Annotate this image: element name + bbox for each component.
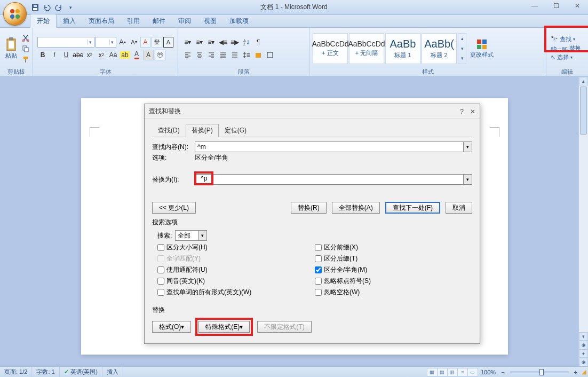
tab-mailings[interactable]: 邮件 bbox=[146, 14, 172, 27]
opt-right-3[interactable]: 忽略标点符号(S) bbox=[315, 277, 472, 286]
vertical-scrollbar[interactable]: ▴ ▾ ◉ ● ◉ bbox=[578, 77, 588, 366]
italic-icon[interactable]: I bbox=[49, 50, 60, 60]
status-mode[interactable]: 插入 bbox=[102, 367, 123, 377]
find-what-input[interactable]: ^m ▾ bbox=[195, 142, 472, 152]
status-words[interactable]: 字数: 1 bbox=[32, 367, 59, 377]
align-center-icon[interactable] bbox=[194, 50, 205, 60]
dialog-tab-goto[interactable]: 定位(G) bbox=[219, 124, 252, 137]
change-styles-button[interactable]: 更改样式 bbox=[470, 33, 494, 64]
status-resize-icon[interactable]: ◢ bbox=[579, 368, 588, 375]
redo-icon[interactable] bbox=[53, 2, 64, 13]
paste-button[interactable]: 粘贴 bbox=[2, 33, 20, 65]
next-page-icon[interactable]: ◉ bbox=[579, 358, 588, 366]
subscript-icon[interactable]: x2 bbox=[84, 50, 95, 60]
opt-right-checkbox-0[interactable] bbox=[315, 244, 322, 251]
shrink-font-icon[interactable]: A▾ bbox=[129, 37, 139, 48]
opt-right-4[interactable]: 忽略空格(W) bbox=[315, 288, 472, 297]
change-case-icon[interactable]: Aa bbox=[108, 50, 118, 60]
prev-page-icon[interactable]: ◉ bbox=[579, 341, 588, 349]
zoom-slider[interactable] bbox=[510, 371, 569, 373]
tab-layout[interactable]: 页面布局 bbox=[82, 14, 121, 27]
opt-right-2[interactable]: 区分全/半角(M) bbox=[315, 265, 472, 274]
opt-left-checkbox-2[interactable] bbox=[157, 266, 164, 273]
replace-button[interactable]: ab→ac替换 bbox=[551, 44, 581, 52]
tab-home[interactable]: 开始 bbox=[30, 14, 57, 28]
less-button[interactable]: << 更少(L) bbox=[152, 202, 196, 214]
char-border-icon[interactable]: A bbox=[163, 37, 173, 48]
format-button[interactable]: 格式(O) ▾ bbox=[152, 321, 191, 333]
replace-dropdown-icon[interactable]: ▾ bbox=[463, 175, 472, 184]
dialog-help-icon[interactable]: ? bbox=[460, 108, 464, 115]
view-web-icon[interactable]: ▥ bbox=[447, 368, 458, 376]
style-nospacing[interactable]: AaBbCcDd+ 无间隔 bbox=[349, 33, 384, 64]
opt-left-checkbox-4[interactable] bbox=[157, 289, 164, 296]
indent-dec-icon[interactable]: ◀≡ bbox=[218, 37, 228, 48]
font-family-combo[interactable]: ▾ bbox=[37, 37, 94, 48]
highlight-icon[interactable]: ab bbox=[120, 50, 130, 60]
view-outline-icon[interactable]: ≡ bbox=[457, 368, 468, 376]
styles-gallery-more[interactable]: ▴▾▾ bbox=[458, 33, 466, 64]
opt-left-2[interactable]: 使用通配符(U) bbox=[157, 265, 315, 274]
opt-left-3[interactable]: 同音(英文)(K) bbox=[157, 277, 315, 286]
copy-icon[interactable] bbox=[21, 44, 30, 53]
close-button[interactable]: ✕ bbox=[567, 0, 588, 12]
align-right-icon[interactable] bbox=[206, 50, 217, 60]
zoom-out-icon[interactable]: − bbox=[499, 369, 506, 375]
zoom-in-icon[interactable]: + bbox=[572, 369, 579, 375]
opt-left-checkbox-0[interactable] bbox=[157, 244, 164, 251]
status-lang[interactable]: ✔英语(美国) bbox=[60, 367, 102, 377]
minimize-button[interactable]: — bbox=[524, 0, 545, 12]
dialog-tab-replace[interactable]: 替换(P) bbox=[186, 124, 219, 137]
underline-icon[interactable]: U bbox=[61, 50, 71, 60]
opt-right-0[interactable]: 区分前缀(X) bbox=[315, 243, 472, 252]
clear-format-icon[interactable]: A bbox=[140, 37, 150, 48]
status-page[interactable]: 页面: 1/2 bbox=[0, 367, 32, 377]
char-shading-icon[interactable]: A bbox=[143, 50, 154, 60]
dialog-titlebar[interactable]: 查找和替换 ? ✕ bbox=[145, 104, 480, 119]
borders-icon[interactable] bbox=[265, 50, 275, 60]
save-icon[interactable] bbox=[30, 2, 41, 13]
opt-left-0[interactable]: 区分大小写(H) bbox=[157, 243, 315, 252]
find-dropdown-icon[interactable]: ▾ bbox=[463, 142, 472, 152]
zoom-slider-handle[interactable] bbox=[539, 369, 544, 375]
scroll-up-icon[interactable]: ▴ bbox=[579, 77, 588, 85]
tab-review[interactable]: 审阅 bbox=[172, 14, 197, 27]
font-size-combo[interactable]: ▾ bbox=[96, 37, 116, 48]
style-heading2[interactable]: AaBb(标题 2 bbox=[422, 33, 457, 64]
grow-font-icon[interactable]: A▴ bbox=[117, 37, 128, 48]
opt-right-checkbox-1[interactable] bbox=[315, 255, 322, 262]
bold-icon[interactable]: B bbox=[37, 50, 48, 60]
tab-insert[interactable]: 插入 bbox=[57, 14, 82, 27]
qat-more-icon[interactable]: ▾ bbox=[65, 2, 76, 13]
shading-icon[interactable] bbox=[253, 50, 264, 60]
replace-all-button[interactable]: 全部替换(A) bbox=[332, 202, 380, 214]
search-dir-dropdown-icon[interactable]: ▾ bbox=[198, 231, 206, 240]
undo-icon[interactable] bbox=[42, 2, 52, 13]
office-button[interactable] bbox=[3, 2, 27, 26]
format-painter-icon[interactable] bbox=[21, 54, 30, 64]
view-draft-icon[interactable]: ▭ bbox=[467, 368, 478, 376]
scroll-down-icon[interactable]: ▾ bbox=[579, 332, 588, 341]
view-fullscreen-icon[interactable]: ▤ bbox=[437, 368, 448, 376]
find-next-button[interactable]: 查找下一处(F) bbox=[385, 202, 440, 214]
phonetic-icon[interactable]: 變 bbox=[152, 37, 162, 48]
multilevel-icon[interactable]: ≡▾ bbox=[206, 37, 217, 48]
enclose-char-icon[interactable]: ㊥ bbox=[155, 50, 165, 60]
tab-references[interactable]: 引用 bbox=[121, 14, 146, 27]
tab-view[interactable]: 视图 bbox=[197, 14, 223, 27]
replace-with-input[interactable]: ^p ▾ bbox=[195, 174, 472, 185]
indent-inc-icon[interactable]: ≡▶ bbox=[229, 37, 240, 48]
style-heading1[interactable]: AaBb标题 1 bbox=[385, 33, 420, 64]
align-left-icon[interactable] bbox=[182, 50, 193, 60]
bullets-icon[interactable]: ≡▾ bbox=[182, 37, 193, 48]
align-justify-icon[interactable] bbox=[218, 50, 228, 60]
sort-icon[interactable]: AZ bbox=[241, 37, 252, 48]
opt-right-checkbox-4[interactable] bbox=[315, 289, 322, 296]
maximize-button[interactable]: ☐ bbox=[545, 0, 567, 12]
opt-right-checkbox-2[interactable] bbox=[315, 266, 322, 273]
show-marks-icon[interactable]: ¶ bbox=[253, 37, 264, 48]
cancel-button[interactable]: 取消 bbox=[446, 202, 472, 214]
select-button[interactable]: ↖选择▾ bbox=[551, 53, 581, 61]
replace-one-button[interactable]: 替换(R) bbox=[291, 202, 327, 214]
no-formatting-button[interactable]: 不限定格式(T) bbox=[257, 321, 311, 333]
